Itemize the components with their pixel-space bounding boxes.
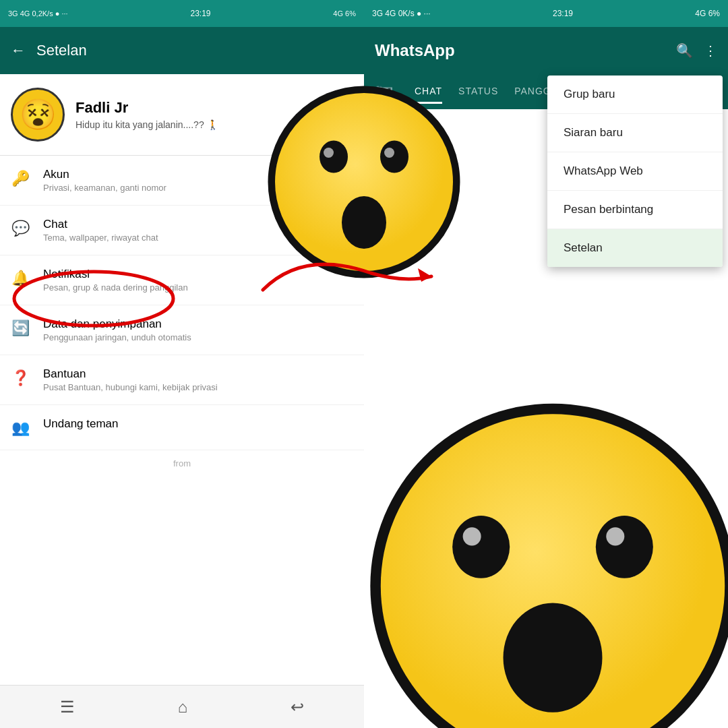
profile-info: Fadli Jr Hidup itu kita yang jalanin....… — [75, 99, 353, 130]
header-icons: 🔍 ⋮ — [676, 42, 717, 59]
dropdown-siaran-baru[interactable]: Siaran baru — [547, 114, 723, 152]
right-app-header: WhatsApp 🔍 ⋮ — [364, 27, 728, 74]
undang-icon: 👥 — [11, 419, 30, 437]
chat-item-avatar — [375, 121, 408, 155]
tab-chat[interactable]: CHAT — [415, 80, 442, 104]
whatsapp-title: WhatsApp — [375, 41, 455, 60]
undang-title: Undang teman — [43, 417, 353, 431]
dropdown-grup-baru[interactable]: Grup baru — [547, 75, 723, 114]
undang-text: Undang teman — [43, 417, 353, 432]
settings-item-data[interactable]: 🔄 Data dan penyimpanan Penggunaan jaring… — [0, 305, 364, 355]
data-icon: 🔄 — [11, 319, 30, 338]
bantuan-title: Bantuan — [43, 367, 353, 381]
bantuan-text: Bantuan Pusat Bantuan, hubungi kami, keb… — [43, 367, 353, 392]
chat-text: Chat Tema, wallpaper, riwayat chat — [43, 218, 353, 243]
settings-item-undang[interactable]: 👥 Undang teman — [0, 405, 364, 450]
notifikasi-title: Notifikasi — [43, 268, 353, 281]
chat-item-name: arin — [417, 133, 435, 144]
main-container: 3G 4G 0,2K/s ● ··· 23:19 4G 6% ← Setelan… — [0, 0, 728, 728]
settings-item-chat[interactable]: 💬 Chat Tema, wallpaper, riwayat chat — [0, 206, 364, 255]
akun-title: Akun — [43, 168, 353, 181]
camera-tab-icon[interactable]: 📷 — [375, 83, 393, 100]
data-title: Data dan penyimpanan — [43, 317, 353, 331]
right-status-left: 3G 4G 0K/s ● ··· — [372, 9, 431, 18]
from-label: from — [0, 450, 364, 477]
left-panel: 3G 4G 0,2K/s ● ··· 23:19 4G 6% ← Setelan… — [0, 0, 364, 728]
chat-icon: 💬 — [11, 219, 30, 238]
right-status-right: 4G 6% — [695, 9, 720, 18]
right-panel: 3G 4G 0K/s ● ··· 23:19 4G 6% WhatsApp 🔍 … — [364, 0, 728, 728]
left-status-left: 3G 4G 0,2K/s ● ··· — [8, 9, 68, 18]
search-icon[interactable]: 🔍 — [676, 42, 693, 59]
dropdown-whatsapp-web[interactable]: WhatsApp Web — [547, 152, 723, 191]
settings-title: Setelan — [36, 42, 87, 59]
dropdown-setelan[interactable]: Setelan — [547, 229, 723, 267]
right-status-time: 23:19 — [553, 9, 573, 18]
chat-title: Chat — [43, 218, 353, 231]
chat-subtitle: Tema, wallpaper, riwayat chat — [43, 233, 353, 243]
nav-home-icon[interactable]: ⌂ — [178, 698, 188, 717]
bottom-nav: ☰ ⌂ ↩ — [0, 685, 364, 728]
right-status-bar: 3G 4G 0K/s ● ··· 23:19 4G 6% — [364, 0, 728, 27]
profile-section[interactable]: 😵 Fadli Jr Hidup itu kita yang jalanin..… — [0, 74, 364, 156]
nav-menu-icon[interactable]: ☰ — [60, 698, 75, 717]
more-options-icon[interactable]: ⋮ — [704, 42, 717, 59]
data-text: Data dan penyimpanan Penggunaan jaringan… — [43, 317, 353, 342]
settings-list: 🔑 Akun Privasi, keamanan, ganti nomor 💬 … — [0, 156, 364, 685]
bantuan-icon: ❓ — [11, 369, 30, 388]
profile-status: Hidup itu kita yang jalanin....?? 🚶 — [75, 119, 353, 130]
dropdown-menu: Grup baru Siaran baru WhatsApp Web Pesan… — [547, 75, 723, 267]
back-button[interactable]: ← — [11, 42, 26, 59]
notifikasi-text: Notifikasi Pesan, grup & nada dering pan… — [43, 268, 353, 293]
notifikasi-subtitle: Pesan, grup & nada dering panggilan — [43, 282, 353, 293]
data-subtitle: Penggunaan jaringan, unduh otomatis — [43, 332, 353, 342]
profile-name: Fadli Jr — [75, 99, 353, 117]
dropdown-pesan-berbintang[interactable]: Pesan berbintang — [547, 191, 723, 229]
notifikasi-icon: 🔔 — [11, 269, 30, 288]
akun-subtitle: Privasi, keamanan, ganti nomor — [43, 183, 353, 193]
left-app-header: ← Setelan — [0, 27, 364, 74]
left-status-right: 4G 6% — [333, 9, 356, 18]
settings-item-notifikasi[interactable]: 🔔 Notifikasi Pesan, grup & nada dering p… — [0, 255, 364, 305]
settings-item-akun[interactable]: 🔑 Akun Privasi, keamanan, ganti nomor — [0, 156, 364, 206]
tab-status[interactable]: STATUS — [458, 80, 498, 104]
bantuan-subtitle: Pusat Bantuan, hubungi kami, kebijak pri… — [43, 382, 353, 392]
avatar: 😵 — [11, 88, 65, 142]
nav-back-icon[interactable]: ↩ — [291, 698, 304, 717]
left-status-time: 23:19 — [190, 9, 210, 18]
chat-item-info: arin — [417, 133, 435, 144]
akun-icon: 🔑 — [11, 169, 30, 188]
akun-text: Akun Privasi, keamanan, ganti nomor — [43, 168, 353, 193]
left-status-bar: 3G 4G 0,2K/s ● ··· 23:19 4G 6% — [0, 0, 364, 27]
settings-item-bantuan[interactable]: ❓ Bantuan Pusat Bantuan, hubungi kami, k… — [0, 355, 364, 405]
